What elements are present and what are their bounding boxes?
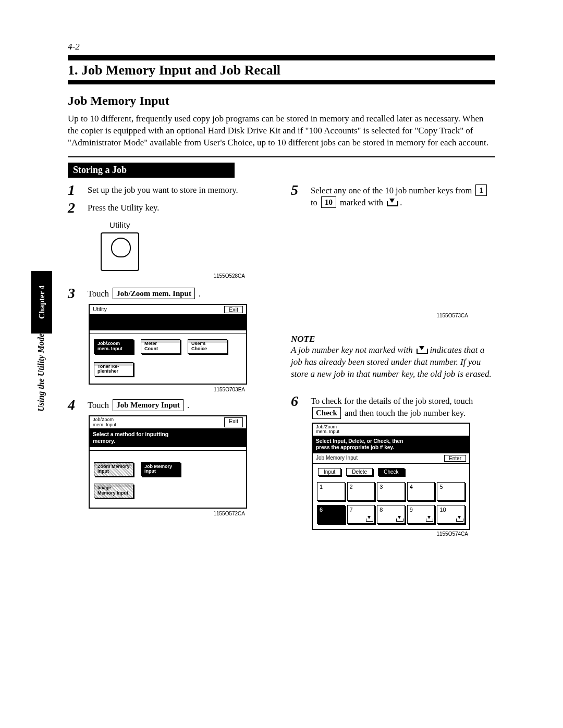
lcd-numkey-5: 5: [437, 482, 465, 501]
lcd-btn-meter: Meter Count: [141, 339, 180, 354]
lcd-check-button: Check: [378, 468, 404, 476]
key-1: 1: [475, 184, 487, 196]
utility-screen-figure: Utility Exit Job/Zoom mem. Input Meter C…: [89, 304, 247, 385]
lcd-exit-button: Exit: [224, 306, 243, 313]
step-3-text: Touch Job/Zoom mem. Input .: [88, 286, 201, 300]
figure-code: 1155O572CA: [68, 511, 245, 516]
lcd-message: Select Input, Delete, or Check, then pre…: [313, 436, 469, 453]
lcd-title: Job/Zoom mem. Input: [313, 424, 469, 436]
lcd-numkey-3: 3: [377, 482, 405, 501]
lcd-delete-button: Delete: [346, 468, 373, 476]
job-zoom-mem-input-key: Job/Zoom mem. Input: [113, 288, 195, 299]
step-number: 5: [291, 183, 311, 198]
lcd-btn-image-memory: Image Memory Input: [94, 484, 133, 498]
lcd-numkey-8: 8: [377, 505, 405, 524]
intro-paragraph: Up to 10 different, frequently used copy…: [68, 113, 495, 149]
lcd-btn-users-choice: User's Choice: [188, 339, 227, 354]
step-4-text: Touch Job Memory Input .: [88, 398, 189, 411]
jobzoom-screen-figure: Job/Zoom mem. Input Exit Select a method…: [89, 415, 247, 509]
lcd-numkey-10: 10: [437, 505, 465, 524]
step-number: 3: [68, 286, 88, 301]
section-heading: Storing a Job: [68, 163, 235, 178]
utility-key-icon: [101, 232, 139, 271]
divider: [68, 156, 495, 157]
lcd-numkey-4: 4: [407, 482, 435, 501]
lcd-btn-zoom-memory: Zoom Memory Input: [94, 462, 133, 477]
step-number: 2: [68, 201, 88, 215]
figure-code: 1155O574CA: [291, 531, 468, 537]
download-icon: [426, 516, 432, 522]
page-title: 1. Job Memory Input and Job Recall: [68, 63, 495, 78]
subheading: Job Memory Input: [68, 94, 495, 108]
note-heading: NOTE: [291, 334, 495, 344]
step-number: 4: [68, 398, 88, 412]
lcd-numkey-7: 7: [347, 505, 375, 524]
step-number: 1: [68, 183, 88, 198]
figure-code: 1155O528CA: [68, 273, 245, 279]
utility-key-figure: Utility: [89, 220, 151, 271]
download-icon: [396, 516, 402, 522]
lcd-message: Select a method for inputting memory.: [90, 429, 246, 447]
lcd-btn-job-memory: Job Memory Input: [141, 462, 180, 477]
step-6-text: To check for the details of the job stor…: [311, 394, 495, 419]
download-icon: [456, 516, 462, 522]
lcd-title: Job/Zoom mem. Input: [93, 417, 116, 427]
lcd-exit-button: Exit: [224, 417, 243, 427]
job-memory-input-key: Job Memory Input: [113, 399, 183, 411]
title-bar: 1. Job Memory Input and Job Recall: [68, 55, 495, 84]
lcd-title: Utility: [93, 306, 107, 313]
step-1-text: Set up the job you want to store in memo…: [88, 183, 238, 196]
figure-code: 1155O573CA: [291, 313, 468, 318]
step-2-text: Press the Utility key.: [88, 201, 159, 214]
check-key: Check: [312, 407, 341, 418]
figure-code: 1155O703EA: [68, 387, 245, 392]
job-memory-screen-figure: Job/Zoom mem. Input Select Input, Delete…: [312, 423, 470, 530]
step-5-text: Select any one of the 10 job number keys…: [311, 183, 495, 209]
step-number: 6: [291, 394, 311, 409]
lcd-numkey-2: 2: [347, 482, 375, 501]
note-body: A job number key not marked with indicat…: [291, 344, 495, 380]
lcd-numkey-1: 1: [317, 482, 345, 501]
download-icon: [387, 199, 396, 206]
lcd-numkey-6: 6: [317, 505, 345, 524]
download-icon: [366, 516, 372, 522]
download-icon: [417, 347, 426, 354]
lcd-numkey-9: 9: [407, 505, 435, 524]
lcd-input-button: Input: [318, 468, 341, 476]
key-10: 10: [321, 196, 336, 208]
lcd-enter-button: Enter: [444, 455, 466, 462]
page-number: 4-2: [68, 42, 495, 52]
lcd-btn-toner: Toner Re- plenisher: [94, 362, 133, 377]
lcd-subtitle: Job Memory Input: [316, 455, 358, 462]
utility-key-label: Utility: [89, 220, 151, 229]
lcd-btn-jobzoom: Job/Zoom mem. Input: [94, 339, 133, 354]
